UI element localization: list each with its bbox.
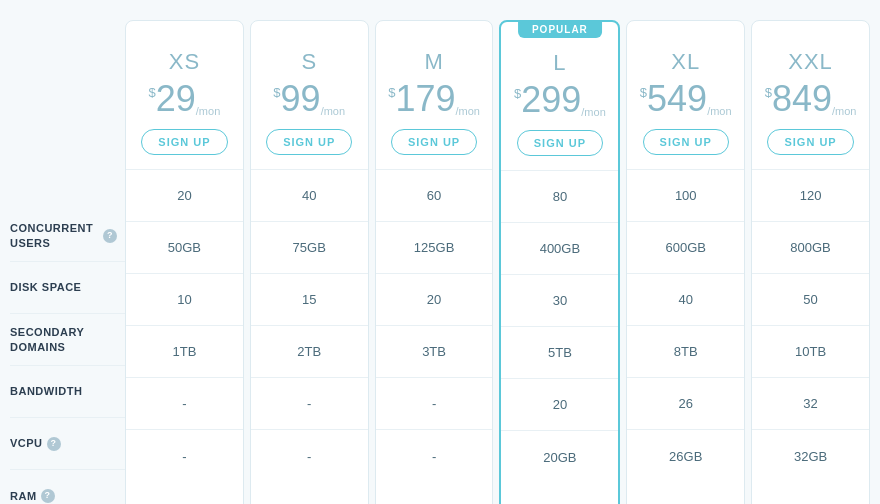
plan-cell-l-bandwidth: 5TB xyxy=(501,327,618,379)
plan-header-s: S$99/monSIGN UP xyxy=(251,21,368,170)
plan-name-l: L xyxy=(553,50,566,76)
plan-footer-xxl: SIGN UP xyxy=(752,482,869,504)
vcpu-info-icon[interactable]: ? xyxy=(47,437,61,451)
plan-cell-xl-disk-space: 600GB xyxy=(627,222,744,274)
label-ram: RAM? xyxy=(10,470,125,504)
plan-footer-xs: SIGN UP xyxy=(126,482,243,504)
label-concurrent-users: CONCURRENT USERS? xyxy=(10,210,125,262)
plan-cell-l-concurrent-users: 80 xyxy=(501,171,618,223)
plan-price-xxl: $849/mon xyxy=(765,81,857,117)
plan-footer-xl: SIGN UP xyxy=(627,482,744,504)
plan-cell-xl-vcpu: 26 xyxy=(627,378,744,430)
price-amount: 29 xyxy=(156,81,196,117)
plan-header-l: L$299/monSIGN UP xyxy=(501,22,618,171)
plan-price-xl: $549/mon xyxy=(640,81,732,117)
plan-name-xl: XL xyxy=(671,49,700,75)
dollar-sign: $ xyxy=(765,85,772,100)
price-amount: 299 xyxy=(521,82,581,118)
plan-header-xxl: XXL$849/monSIGN UP xyxy=(752,21,869,170)
plan-cell-m-disk-space: 125GB xyxy=(376,222,493,274)
price-amount: 849 xyxy=(772,81,832,117)
price-amount: 99 xyxy=(281,81,321,117)
plan-footer-s: SIGN UP xyxy=(251,482,368,504)
plan-cell-xs-bandwidth: 1TB xyxy=(126,326,243,378)
label-bandwidth: BANDWIDTH xyxy=(10,366,125,418)
signup-button-top-l[interactable]: SIGN UP xyxy=(517,130,603,156)
plan-footer-m: SIGN UP xyxy=(376,482,493,504)
plan-cell-s-secondary-domains: 15 xyxy=(251,274,368,326)
plan-header-m: M$179/monSIGN UP xyxy=(376,21,493,170)
plan-cell-l-secondary-domains: 30 xyxy=(501,275,618,327)
plan-col-m: M$179/monSIGN UP60125GB203TB--SIGN UP xyxy=(375,20,494,504)
label-header-spacer xyxy=(10,20,125,210)
popular-badge: POPULAR xyxy=(518,21,602,38)
plan-cell-m-ram: - xyxy=(376,430,493,482)
plan-col-xs: XS$29/monSIGN UP2050GB101TB--SIGN UP xyxy=(125,20,244,504)
plan-cell-xxl-vcpu: 32 xyxy=(752,378,869,430)
price-per: /mon xyxy=(581,106,605,118)
plan-cell-xl-concurrent-users: 100 xyxy=(627,170,744,222)
signup-button-top-xs[interactable]: SIGN UP xyxy=(141,129,227,155)
plan-name-m: M xyxy=(424,49,443,75)
plan-cell-s-bandwidth: 2TB xyxy=(251,326,368,378)
plan-cell-l-ram: 20GB xyxy=(501,431,618,483)
plan-cell-xxl-disk-space: 800GB xyxy=(752,222,869,274)
price-per: /mon xyxy=(321,105,345,117)
label-disk-space: DISK SPACE xyxy=(10,262,125,314)
plan-cell-xs-secondary-domains: 10 xyxy=(126,274,243,326)
plan-price-m: $179/mon xyxy=(388,81,480,117)
plan-columns: XS$29/monSIGN UP2050GB101TB--SIGN UPS$99… xyxy=(125,20,870,504)
dollar-sign: $ xyxy=(640,85,647,100)
plan-cell-xs-concurrent-users: 20 xyxy=(126,170,243,222)
plan-col-xl: XL$549/monSIGN UP100600GB408TB2626GBSIGN… xyxy=(626,20,745,504)
price-amount: 549 xyxy=(647,81,707,117)
plan-cell-l-vcpu: 20 xyxy=(501,379,618,431)
plan-price-xs: $29/mon xyxy=(149,81,221,117)
pricing-table: CONCURRENT USERS?DISK SPACESECONDARY DOM… xyxy=(10,20,870,504)
dollar-sign: $ xyxy=(514,86,521,101)
plan-header-xl: XL$549/monSIGN UP xyxy=(627,21,744,170)
plan-cell-m-concurrent-users: 60 xyxy=(376,170,493,222)
plan-cell-m-bandwidth: 3TB xyxy=(376,326,493,378)
plan-cell-s-disk-space: 75GB xyxy=(251,222,368,274)
label-cells: CONCURRENT USERS?DISK SPACESECONDARY DOM… xyxy=(10,210,125,504)
plan-cell-xxl-ram: 32GB xyxy=(752,430,869,482)
dollar-sign: $ xyxy=(273,85,280,100)
signup-button-top-m[interactable]: SIGN UP xyxy=(391,129,477,155)
price-per: /mon xyxy=(196,105,220,117)
price-per: /mon xyxy=(832,105,856,117)
plan-name-xs: XS xyxy=(169,49,200,75)
plan-cell-xs-ram: - xyxy=(126,430,243,482)
plan-cell-s-concurrent-users: 40 xyxy=(251,170,368,222)
price-per: /mon xyxy=(707,105,731,117)
plan-cell-s-vcpu: - xyxy=(251,378,368,430)
plan-price-l: $299/mon xyxy=(514,82,606,118)
plan-cell-s-ram: - xyxy=(251,430,368,482)
plan-cell-l-disk-space: 400GB xyxy=(501,223,618,275)
dollar-sign: $ xyxy=(149,85,156,100)
signup-button-top-xl[interactable]: SIGN UP xyxy=(643,129,729,155)
plan-cell-xxl-bandwidth: 10TB xyxy=(752,326,869,378)
price-per: /mon xyxy=(455,105,479,117)
plan-cell-xxl-concurrent-users: 120 xyxy=(752,170,869,222)
label-secondary-domains: SECONDARY DOMAINS xyxy=(10,314,125,366)
plan-cell-xl-secondary-domains: 40 xyxy=(627,274,744,326)
plan-price-s: $99/mon xyxy=(273,81,345,117)
plan-col-s: S$99/monSIGN UP4075GB152TB--SIGN UP xyxy=(250,20,369,504)
plan-name-s: S xyxy=(301,49,317,75)
concurrent-users-info-icon[interactable]: ? xyxy=(103,229,117,243)
plan-cell-m-secondary-domains: 20 xyxy=(376,274,493,326)
plan-footer-l: SIGN UP xyxy=(501,483,618,504)
dollar-sign: $ xyxy=(388,85,395,100)
signup-button-top-xxl[interactable]: SIGN UP xyxy=(767,129,853,155)
pricing-wrapper: CONCURRENT USERS?DISK SPACESECONDARY DOM… xyxy=(10,10,870,504)
label-vcpu: VCPU? xyxy=(10,418,125,470)
plan-cell-xl-bandwidth: 8TB xyxy=(627,326,744,378)
plan-cell-xxl-secondary-domains: 50 xyxy=(752,274,869,326)
plan-col-l: POPULARL$299/monSIGN UP80400GB305TB2020G… xyxy=(499,20,620,504)
ram-info-icon[interactable]: ? xyxy=(41,489,55,503)
plan-cell-xs-vcpu: - xyxy=(126,378,243,430)
plan-cell-xs-disk-space: 50GB xyxy=(126,222,243,274)
price-amount: 179 xyxy=(395,81,455,117)
signup-button-top-s[interactable]: SIGN UP xyxy=(266,129,352,155)
